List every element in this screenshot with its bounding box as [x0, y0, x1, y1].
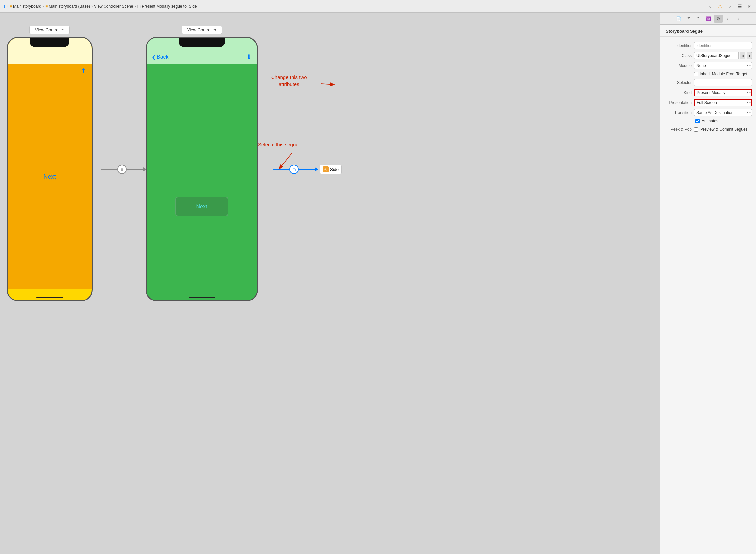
selector-row: Selector [660, 78, 756, 88]
back-label: Back [157, 54, 169, 60]
inspector-title: Storyboard Segue [660, 25, 756, 37]
right-vc-panel: View Controller ❮ Back ⬇ [145, 26, 258, 301]
left-vc-panel: View Controller Next ⬆ [7, 26, 92, 301]
tab-attributes[interactable]: ⚙ [714, 14, 723, 22]
left-phone-notch [30, 38, 69, 47]
breadcrumb-item-base[interactable]: ■ Main.storyboard (Base) [45, 4, 90, 9]
right-next-button[interactable]: Next [175, 197, 228, 216]
breadcrumb-item-segue[interactable]: ▢ Present Modally segue to "Side" [137, 4, 198, 9]
segue-right-icon[interactable]: ▢ [290, 165, 299, 174]
annotation-select-segue: Selecte this segue [258, 142, 299, 147]
class-up-btn[interactable]: ⊕ [740, 52, 745, 59]
nav-back-button[interactable]: ‹ [706, 3, 714, 10]
inspector-panel: 📄 ⏱ ? 🆔 ⚙ ↔ → Storyboard Segue Identifie… [660, 13, 756, 554]
editor-layout-button[interactable]: ☰ [736, 3, 743, 10]
breadcrumb-item-scene[interactable]: View Controller Scene [94, 4, 133, 9]
kind-label: Kind [665, 90, 694, 95]
kind-select-arrows: ▲▼ [746, 91, 751, 94]
left-home-indicator [37, 296, 63, 298]
canvas-area[interactable]: View Controller Next ⬆ ⊞ [0, 13, 660, 554]
module-select-arrows: ▲▼ [746, 64, 751, 67]
presentation-select[interactable]: Full Screen [694, 99, 752, 106]
segue-right-line2 [299, 169, 315, 170]
animates-label[interactable]: Animates [695, 119, 718, 123]
segue-icon: ▢ [137, 4, 140, 9]
right-vc-label: View Controller [182, 26, 222, 34]
identifier-row: Identifier [660, 41, 756, 51]
nav-bar: ❮ Back ⬇ [146, 50, 257, 64]
inherit-module-checkbox[interactable] [694, 72, 698, 76]
tab-connections[interactable]: → [734, 14, 743, 22]
class-value: UIStoryboardSegue [694, 52, 739, 59]
inherit-module-row: Inherit Module From Target [660, 70, 756, 78]
class-label: Class [665, 53, 694, 58]
inherit-module-text: Inherit Module From Target [700, 72, 747, 76]
peek-pop-label: Peek & Pop [665, 127, 694, 132]
presentation-row: Presentation Full Screen ▲▼ [660, 98, 756, 108]
transition-select-arrows: ▲▼ [746, 111, 751, 114]
class-row: Class UIStoryboardSegue ⊕ ▾ [660, 51, 756, 61]
breadcrumb-sep-1: › [7, 4, 8, 9]
breadcrumb: ls › ■ Main.storyboard › ■ Main.storyboa… [3, 4, 705, 9]
left-phone-mockup: Next ⬆ [7, 37, 92, 301]
warning-button[interactable]: ⚠ [716, 3, 723, 10]
breadcrumb-item-ls[interactable]: ls [3, 4, 6, 9]
segue-left-icon: ⊞ [117, 165, 127, 174]
segue-left-line2 [127, 169, 143, 170]
right-home-indicator [189, 296, 215, 298]
main-area: View Controller Next ⬆ ⊞ [0, 13, 756, 554]
animates-text: Animates [702, 119, 718, 123]
presentation-select-arrows: ▲▼ [746, 101, 751, 104]
inspector-body: Identifier Class UIStoryboardSegue ⊕ ▾ M… [660, 37, 756, 138]
fullscreen-button[interactable]: ⊡ [746, 3, 753, 10]
peek-pop-check-label[interactable]: Preview & Commit Segues [694, 127, 748, 132]
animates-row: Animates [660, 117, 756, 125]
tab-file[interactable]: 📄 [674, 14, 683, 22]
kind-row: Kind Present Modally ▲▼ [660, 88, 756, 98]
storyboard-icon: ■ [10, 4, 12, 9]
peek-pop-checkbox[interactable] [694, 127, 698, 132]
tab-history[interactable]: ⏱ [684, 14, 693, 22]
right-phone-body: Next [146, 64, 257, 289]
transition-select-group: Same As Destination ▲▼ [694, 109, 752, 116]
share-icon: ⬆ [81, 67, 86, 75]
back-button[interactable]: ❮ Back [152, 54, 169, 60]
breadcrumb-sep-3: › [91, 4, 92, 9]
selector-label: Selector [665, 80, 694, 85]
annotation-change-attributes: Change this twoattributes [271, 74, 307, 88]
class-dropdown-btn[interactable]: ▾ [747, 52, 752, 59]
identifier-label: Identifier [665, 43, 694, 48]
side-dest-label: Side [330, 167, 339, 172]
tab-size[interactable]: ↔ [723, 14, 733, 22]
segue-left-line [101, 169, 117, 170]
side-destination: ◎ Side [320, 165, 341, 174]
nav-forward-button[interactable]: › [726, 3, 734, 10]
presentation-label: Presentation [665, 100, 694, 105]
segue-right-connector[interactable]: ▢ ◎ Side [273, 165, 341, 174]
upload-icon: ⬇ [246, 53, 252, 61]
segue-right-arrowhead [315, 167, 318, 171]
module-select[interactable]: None [694, 62, 752, 69]
tab-help[interactable]: ? [694, 14, 703, 22]
chevron-left-icon: ❮ [152, 54, 156, 60]
left-next-label: Next [43, 173, 56, 180]
animates-checkbox[interactable] [695, 119, 700, 123]
right-phone-mockup: ❮ Back ⬇ Next [145, 37, 258, 301]
left-phone-body: Next ⬆ [8, 64, 91, 289]
storyboard-base-icon: ■ [45, 4, 48, 9]
tab-identity[interactable]: 🆔 [704, 14, 713, 22]
selector-input[interactable] [694, 79, 752, 87]
svg-line-0 [321, 84, 334, 85]
class-field-group: UIStoryboardSegue ⊕ ▾ [694, 52, 752, 59]
breadcrumb-sep-2: › [43, 4, 44, 9]
kind-select[interactable]: Present Modally [694, 89, 752, 96]
segue-right-line1 [273, 169, 290, 170]
breadcrumb-item-main[interactable]: ■ Main.storyboard [10, 4, 41, 9]
inherit-module-label[interactable]: Inherit Module From Target [694, 72, 747, 76]
presentation-select-group: Full Screen ▲▼ [694, 99, 752, 106]
module-label: Module [665, 63, 694, 68]
peek-pop-text: Preview & Commit Segues [700, 127, 748, 132]
breadcrumb-sep-4: › [134, 4, 136, 9]
transition-select[interactable]: Same As Destination [694, 109, 752, 116]
identifier-input[interactable] [694, 42, 752, 49]
